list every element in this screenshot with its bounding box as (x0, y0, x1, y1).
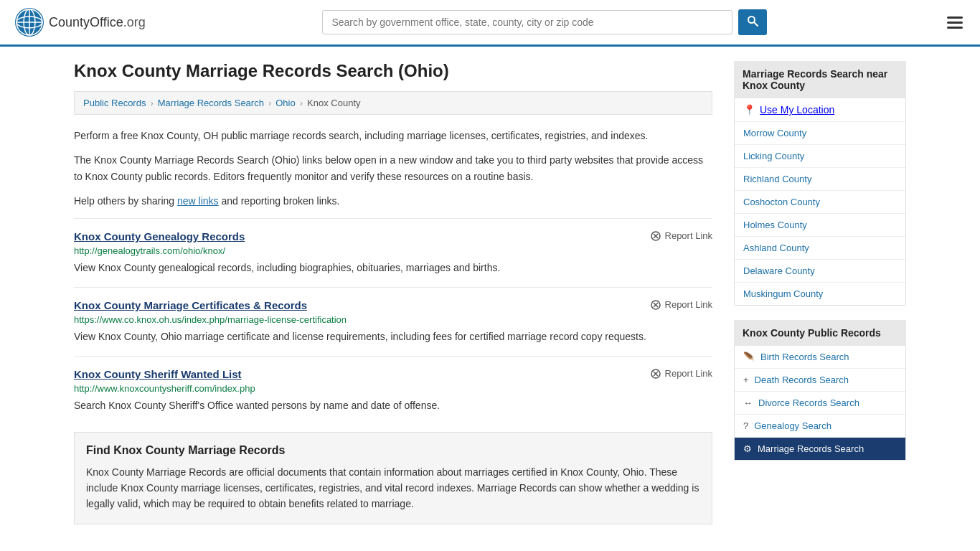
public-records-list: 🪶 Birth Records Search + Death Records S… (734, 346, 906, 461)
logo-area: CountyOffice.org (14, 7, 146, 37)
pub-record-icon: 🪶 (743, 352, 755, 362)
pub-record-link[interactable]: Marriage Records Search (758, 443, 864, 454)
description-2: The Knox County Marriage Records Search … (74, 152, 712, 184)
report-label: Report Link (665, 230, 712, 241)
breadcrumb-link-public-records[interactable]: Public Records (83, 98, 146, 108)
nearby-counties: Morrow CountyLicking CountyRichland Coun… (735, 122, 905, 305)
nearby-county-item: Morrow County (735, 122, 905, 145)
nearby-county-link[interactable]: Licking County (743, 151, 804, 161)
main-container: Knox County Marriage Records Search (Ohi… (60, 47, 920, 539)
report-icon (650, 368, 661, 380)
use-location-link[interactable]: Use My Location (760, 104, 834, 116)
site-header: CountyOffice.org (0, 0, 980, 47)
record-link[interactable]: Knox County Marriage Certificates & Reco… (74, 299, 307, 311)
sidebar: Marriage Records Search near Knox County… (734, 61, 906, 524)
record-item: Knox County Marriage Certificates & Reco… (74, 287, 712, 356)
description-area: Perform a free Knox County, OH public ma… (74, 128, 712, 209)
nearby-list: 📍 Use My Location Morrow CountyLicking C… (734, 98, 906, 306)
page-title: Knox County Marriage Records Search (Ohi… (74, 61, 712, 81)
site-logo-icon (14, 7, 44, 37)
menu-button[interactable] (944, 14, 966, 32)
nearby-county-item: Coshocton County (735, 191, 905, 214)
record-title: Knox County Marriage Certificates & Reco… (74, 299, 307, 311)
pub-record-link[interactable]: Birth Records Search (760, 352, 849, 362)
nearby-section-title: Marriage Records Search near Knox County (734, 61, 906, 98)
nearby-county-item: Muskingum County (735, 283, 905, 305)
public-records-title: Knox County Public Records (734, 320, 906, 346)
record-url: http://genealogytrails.com/ohio/knox/ (74, 245, 712, 256)
nearby-section: Marriage Records Search near Knox County… (734, 61, 906, 306)
nearby-county-item: Richland County (735, 168, 905, 191)
breadcrumb-sep: › (268, 98, 271, 108)
menu-line (947, 22, 963, 24)
record-title: Knox County Genealogy Records (74, 230, 245, 242)
breadcrumb-link-marriage[interactable]: Marriage Records Search (158, 98, 264, 108)
breadcrumb-sep: › (300, 98, 303, 108)
record-description: View Knox County, Ohio marriage certific… (74, 329, 712, 344)
nearby-county-link[interactable]: Ashland County (743, 242, 809, 253)
pub-record-link[interactable]: Divorce Records Search (758, 397, 859, 408)
logo-text: CountyOffice.org (49, 15, 146, 30)
pub-record-icon: ↔ (743, 397, 753, 408)
report-label: Report Link (665, 368, 712, 379)
breadcrumb-current: Knox County (307, 98, 360, 108)
record-description: Search Knox County Sheriff's Office want… (74, 398, 712, 413)
find-section: Find Knox County Marriage Records Knox C… (74, 432, 712, 524)
search-icon (747, 15, 758, 27)
use-location-item: 📍 Use My Location (735, 98, 905, 122)
description-1: Perform a free Knox County, OH public ma… (74, 128, 712, 143)
pub-record-icon: ⚙ (743, 443, 752, 454)
records-list: Knox County Genealogy Records Report Lin… (74, 218, 712, 425)
pub-record-link[interactable]: Genealogy Search (754, 420, 831, 431)
nearby-county-link[interactable]: Muskingum County (743, 288, 823, 299)
report-label: Report Link (665, 299, 712, 310)
menu-line (947, 27, 963, 29)
record-link[interactable]: Knox County Genealogy Records (74, 230, 245, 242)
public-records-section: Knox County Public Records 🪶 Birth Recor… (734, 320, 906, 461)
nearby-county-link[interactable]: Holmes County (743, 220, 807, 230)
location-pin-icon: 📍 (743, 104, 755, 116)
find-section-title: Find Knox County Marriage Records (86, 444, 700, 457)
report-link[interactable]: Report Link (650, 230, 712, 242)
record-url: https://www.co.knox.oh.us/index.php/marr… (74, 314, 712, 325)
record-url: http://www.knoxcountysheriff.com/index.p… (74, 383, 712, 394)
record-item: Knox County Sheriff Wanted List Report L… (74, 356, 712, 425)
record-link[interactable]: Knox County Sheriff Wanted List (74, 368, 242, 380)
nearby-county-item: Holmes County (735, 214, 905, 237)
search-area (322, 9, 767, 35)
search-input[interactable] (322, 10, 732, 34)
report-icon (650, 299, 661, 311)
nearby-county-link[interactable]: Morrow County (743, 128, 806, 138)
nearby-county-link[interactable]: Coshocton County (743, 197, 820, 207)
nearby-county-item: Licking County (735, 145, 905, 168)
nearby-county-item: Delaware County (735, 260, 905, 283)
report-link[interactable]: Report Link (650, 368, 712, 380)
record-item: Knox County Genealogy Records Report Lin… (74, 218, 712, 287)
breadcrumb-sep: › (150, 98, 153, 108)
public-record-item: ↔ Divorce Records Search (735, 392, 905, 415)
description-3: Help others by sharing new links and rep… (74, 193, 712, 209)
find-section-text: Knox County Marriage Records are officia… (86, 464, 700, 512)
nearby-county-link[interactable]: Richland County (743, 174, 811, 184)
menu-line (947, 17, 963, 19)
pub-record-icon: + (743, 375, 749, 385)
breadcrumb: Public Records › Marriage Records Search… (74, 91, 712, 115)
svg-line-7 (754, 22, 758, 26)
record-title: Knox County Sheriff Wanted List (74, 368, 242, 380)
public-record-item: ? Genealogy Search (735, 415, 905, 438)
public-record-item: + Death Records Search (735, 369, 905, 392)
report-icon (650, 230, 661, 242)
nearby-county-link[interactable]: Delaware County (743, 265, 815, 276)
pub-record-link[interactable]: Death Records Search (755, 375, 849, 385)
breadcrumb-link-ohio[interactable]: Ohio (275, 98, 295, 108)
public-record-item: ⚙ Marriage Records Search (735, 438, 905, 460)
report-link[interactable]: Report Link (650, 299, 712, 311)
pub-record-icon: ? (743, 420, 748, 431)
record-description: View Knox County genealogical records, i… (74, 260, 712, 276)
search-button[interactable] (738, 9, 767, 35)
nearby-county-item: Ashland County (735, 237, 905, 260)
new-links-link[interactable]: new links (177, 195, 219, 207)
content-area: Knox County Marriage Records Search (Ohi… (74, 61, 712, 524)
public-record-item: 🪶 Birth Records Search (735, 346, 905, 369)
